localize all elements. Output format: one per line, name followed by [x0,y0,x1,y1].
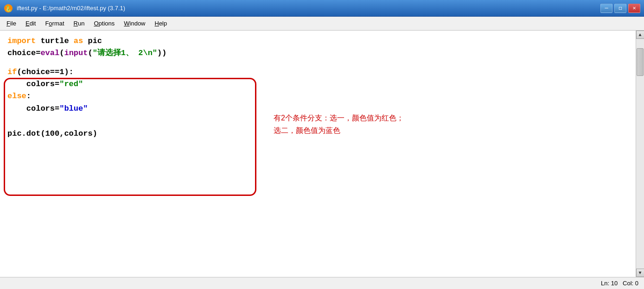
code-line-2: choice=eval(input("请选择1、 2\n")) [7,47,628,59]
title-bar-left: 🐍 iftest.py - E:/pmath2/m02/iftest.py (3… [4,4,125,13]
annotation-line2: 选二，颜色值为蓝色 [274,124,404,137]
minimize-button[interactable]: ─ [600,4,612,13]
code-line-6: else: [7,90,628,102]
menu-run[interactable]: Run [69,18,89,29]
scroll-track[interactable] [636,39,644,269]
menu-file[interactable]: File [2,18,21,29]
menu-help[interactable]: Help [150,18,172,29]
menu-format[interactable]: Format [40,18,69,29]
app-icon: 🐍 [4,4,13,13]
status-bar: Ln: 10 Col: 0 [0,277,644,289]
close-button[interactable]: ✕ [628,4,640,13]
annotation: 有2个条件分支：选一，颜色值为红色； 选二，颜色值为蓝色 [274,112,404,137]
menu-bar: File Edit Format Run Options Window Help [0,17,644,31]
scrollbar[interactable]: ▲ ▼ [636,31,644,277]
code-line-4: if(choice==1): [7,66,628,78]
window-title: iftest.py - E:/pmath2/m02/iftest.py (3.7… [17,5,125,12]
title-bar: 🐍 iftest.py - E:/pmath2/m02/iftest.py (3… [0,0,644,17]
line-number: Ln: 10 [601,280,618,287]
code-line-1: import turtle as pic [7,35,628,47]
window-controls: ─ ◻ ✕ [600,4,640,13]
svg-text:🐍: 🐍 [5,5,12,13]
scroll-up-button[interactable]: ▲ [636,31,644,39]
scroll-down-button[interactable]: ▼ [636,269,644,277]
restore-button[interactable]: ◻ [614,4,626,13]
main-container: import turtle as pic choice=eval(input("… [0,31,644,277]
col-number: Col: 0 [623,280,638,287]
menu-edit[interactable]: Edit [21,18,40,29]
menu-options[interactable]: Options [89,18,119,29]
menu-window[interactable]: Window [119,18,150,29]
scroll-thumb[interactable] [637,48,644,76]
code-editor[interactable]: import turtle as pic choice=eval(input("… [0,31,636,277]
annotation-line1: 有2个条件分支：选一，颜色值为红色； [274,112,404,124]
code-line-5: colors="red" [7,78,628,90]
